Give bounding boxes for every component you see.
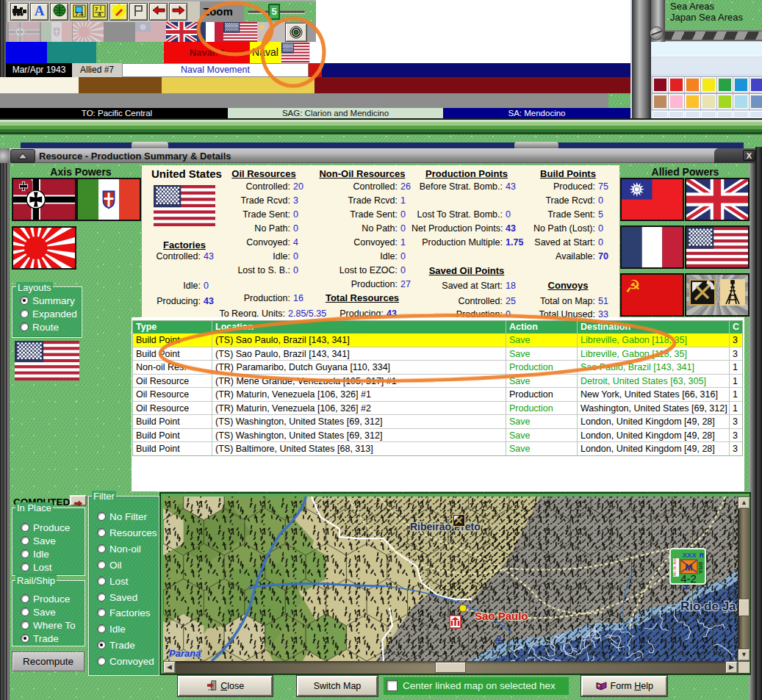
svg-text:R: R [700,552,705,559]
svg-text:7-4: 7-4 [75,11,84,18]
svg-text:4-2: 4-2 [680,572,697,585]
svg-text:XXX: XXX [682,551,697,559]
svg-text:BRA: BRA [697,562,704,574]
svg-text:M: M [686,563,693,573]
svg-text:Sao Paulo: Sao Paulo [475,610,528,622]
svg-text:Rio de Janei.: Rio de Janei. [673,556,677,576]
svg-text:4: 4 [98,11,101,18]
svg-text:Rio de Ja: Rio de Ja [680,599,736,613]
svg-text:Ribeirão Preto: Ribeirão Preto [410,521,481,533]
svg-text:Paraná: Paraná [169,648,201,659]
